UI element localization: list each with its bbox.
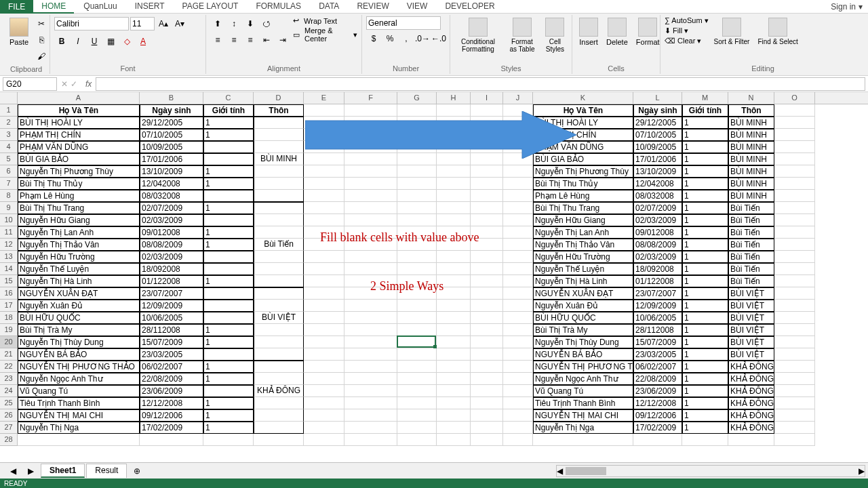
cell[interactable]: 17/02/2009 xyxy=(140,422,203,434)
cell[interactable] xyxy=(774,300,815,312)
align-middle-icon[interactable]: ↕ xyxy=(226,16,241,31)
cell[interactable]: 06/02/2007 xyxy=(140,361,203,373)
cell[interactable]: 10/09/2005 xyxy=(140,141,203,153)
cell[interactable]: 22/08/2009 xyxy=(140,373,203,385)
cell[interactable] xyxy=(471,190,503,202)
sheet-tab-sheet1[interactable]: Sheet1 xyxy=(41,464,85,478)
cell[interactable] xyxy=(203,434,254,446)
cell[interactable] xyxy=(397,385,437,397)
cell[interactable]: 28/112008 xyxy=(140,324,203,336)
cell[interactable]: 07/10/2005 xyxy=(633,129,682,141)
cell[interactable] xyxy=(503,324,533,336)
col-header-N[interactable]: N xyxy=(728,92,774,104)
cell[interactable]: Nguyễn Ngọc Anh Thư xyxy=(533,373,633,385)
cell[interactable]: NGUYỄN XUÂN ĐẠT xyxy=(533,287,633,300)
align-bottom-icon[interactable]: ⬇ xyxy=(243,16,258,31)
cell[interactable]: 08/08/2009 xyxy=(633,239,682,251)
cell[interactable]: 1 xyxy=(682,214,728,226)
cell[interactable] xyxy=(774,422,815,434)
cell[interactable]: Nguyễn Hữu Giang xyxy=(18,214,140,226)
cell[interactable] xyxy=(344,202,397,214)
cell[interactable] xyxy=(344,336,397,348)
cell[interactable] xyxy=(503,178,533,190)
cell[interactable]: 1 xyxy=(682,129,728,141)
cell[interactable] xyxy=(774,178,815,190)
cell[interactable] xyxy=(203,190,254,202)
cell[interactable] xyxy=(254,214,304,226)
cell[interactable]: 1 xyxy=(682,153,728,165)
cell[interactable] xyxy=(203,251,254,263)
cell[interactable] xyxy=(774,409,815,422)
cell[interactable]: Bùi Tiến xyxy=(728,202,774,214)
row-header[interactable]: 15 xyxy=(0,275,18,287)
cell[interactable]: 09/12/2006 xyxy=(633,409,682,422)
cell[interactable]: 12/12/2008 xyxy=(140,397,203,409)
cell[interactable]: 10/06/2005 xyxy=(140,312,203,324)
cell[interactable] xyxy=(471,300,503,312)
cell[interactable] xyxy=(437,214,471,226)
cell[interactable] xyxy=(437,251,471,263)
cell[interactable]: Giới tính xyxy=(682,104,728,117)
cell[interactable] xyxy=(344,397,397,409)
cell[interactable]: BÙI MINH xyxy=(728,190,774,202)
cell[interactable]: 08/032008 xyxy=(140,190,203,202)
cell[interactable]: 02/03/2009 xyxy=(633,251,682,263)
row-header[interactable]: 10 xyxy=(0,214,18,226)
cell[interactable]: 02/03/2009 xyxy=(633,214,682,226)
cell[interactable] xyxy=(503,409,533,422)
cell[interactable]: NGUYỄN THỊ MAI CHI xyxy=(18,409,140,422)
row-header[interactable]: 21 xyxy=(0,348,18,361)
cell[interactable] xyxy=(344,324,397,336)
cell[interactable] xyxy=(304,361,344,373)
cell[interactable]: 22/08/2009 xyxy=(633,373,682,385)
cell[interactable]: 1 xyxy=(203,373,254,385)
tab-review[interactable]: REVIEW xyxy=(349,0,397,14)
cell[interactable]: 1 xyxy=(682,263,728,275)
cell[interactable]: 1 xyxy=(682,422,728,434)
row-header[interactable]: 3 xyxy=(0,129,18,141)
cell[interactable] xyxy=(254,422,304,434)
orientation-icon[interactable]: ⭯ xyxy=(259,16,274,31)
cell[interactable] xyxy=(503,251,533,263)
cell[interactable]: 17/01/2006 xyxy=(140,153,203,165)
cell[interactable] xyxy=(304,178,344,190)
cell[interactable] xyxy=(254,226,304,239)
cell[interactable] xyxy=(203,141,254,153)
cell[interactable]: 1 xyxy=(203,324,254,336)
cell[interactable] xyxy=(254,348,304,361)
cell[interactable] xyxy=(471,287,503,300)
cell[interactable]: Bùi Tiến xyxy=(254,239,304,251)
cell[interactable] xyxy=(437,348,471,361)
cell[interactable]: 02/03/2009 xyxy=(140,251,203,263)
row-header[interactable]: 24 xyxy=(0,385,18,397)
fill-button[interactable]: ⬇ Fill ▾ xyxy=(665,26,709,35)
cell[interactable] xyxy=(254,251,304,263)
row-header[interactable]: 26 xyxy=(0,409,18,422)
col-header-C[interactable]: C xyxy=(203,92,254,104)
cell[interactable]: NGUYỄN BÁ BẢO xyxy=(533,348,633,361)
cell[interactable] xyxy=(397,178,437,190)
cell[interactable] xyxy=(437,385,471,397)
cell[interactable]: BÙI THỊ HOÀI LY xyxy=(18,117,140,129)
cell[interactable]: NGUYỄN XUÂN ĐẠT xyxy=(18,287,140,300)
cell[interactable]: 17/01/2006 xyxy=(633,153,682,165)
cell[interactable] xyxy=(344,300,397,312)
cell[interactable]: 1 xyxy=(203,336,254,348)
cell[interactable]: 12/042008 xyxy=(140,178,203,190)
cell[interactable]: BÙI GIA BẢO xyxy=(18,153,140,165)
cell[interactable]: KHẢ ĐÔNG xyxy=(728,361,774,373)
col-header-O[interactable]: O xyxy=(774,92,815,104)
sheet-tab-result[interactable]: Result xyxy=(86,464,127,478)
cell[interactable] xyxy=(397,373,437,385)
align-center-icon[interactable]: ≡ xyxy=(226,33,241,47)
cell[interactable]: Bùi Thị Thu Thủy xyxy=(18,178,140,190)
cell[interactable]: 23/06/2009 xyxy=(140,385,203,397)
cell[interactable] xyxy=(254,117,304,129)
cell[interactable] xyxy=(397,434,437,446)
tab-formulas[interactable]: FORMULAS xyxy=(248,0,309,14)
cell[interactable] xyxy=(437,312,471,324)
cell[interactable] xyxy=(471,348,503,361)
cell[interactable]: 10/09/2005 xyxy=(633,141,682,153)
row-header[interactable]: 13 xyxy=(0,251,18,263)
cell[interactable]: Nguyễn Thế Luyện xyxy=(18,263,140,275)
